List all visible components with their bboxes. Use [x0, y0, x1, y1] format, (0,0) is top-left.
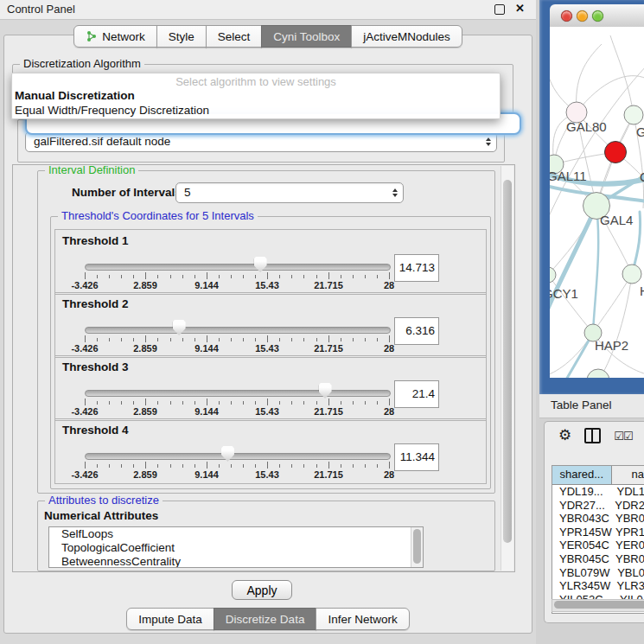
- scrollbar-thumb[interactable]: [413, 529, 421, 564]
- tick-label: 21.715: [314, 469, 343, 480]
- cell-name: YDR2: [614, 499, 644, 513]
- threshold-3-value-field[interactable]: 21.4: [394, 380, 439, 408]
- column-header-shared-name[interactable]: shared...: [552, 466, 612, 485]
- network-window-titlebar[interactable]: [550, 4, 644, 28]
- node-table: shared... na YDL19... YDL1 YDR27... YDR2…: [552, 465, 644, 614]
- cell-shared-name: YPR145W: [552, 526, 615, 539]
- threshold-1-value-field[interactable]: 14.713: [394, 254, 439, 282]
- control-panel-tab[interactable]: Network: [73, 25, 157, 48]
- dropdown-option-equal-width[interactable]: Equal Width/Frequency Discretization: [12, 103, 500, 118]
- network-view-window: GAL80 GA GAL11 C GAL4 GCY1 HI HAP2: [539, 0, 644, 394]
- cell-name: YPR1: [615, 526, 644, 539]
- tick-label: 28: [384, 469, 394, 480]
- tick-label: 21.715: [314, 406, 343, 417]
- cell-name: YBL0: [616, 566, 644, 580]
- cell-shared-name: YBR045C: [552, 552, 615, 566]
- tab-label: Select: [218, 30, 251, 43]
- cell-name: YER0: [615, 539, 644, 552]
- close-icon[interactable]: ✕: [515, 2, 525, 15]
- control-panel-tab[interactable]: Select: [206, 25, 263, 48]
- tick-label: 15.43: [255, 406, 279, 417]
- node-label-partial: HI: [640, 284, 644, 298]
- close-traffic-light-icon[interactable]: [561, 10, 572, 22]
- combo-arrows-icon: [392, 188, 398, 197]
- tick-label: 15.43: [255, 469, 279, 480]
- tick-label: 15.43: [255, 280, 279, 290]
- screen: Control Panel ✕ Network: [0, 0, 644, 644]
- float-window-icon[interactable]: [494, 4, 505, 15]
- settings-scrollpane: Interval Definition Number of Intervals …: [12, 164, 515, 572]
- attribute-list-item[interactable]: SelfLoops: [49, 527, 423, 541]
- slider-ticks: [85, 462, 389, 469]
- tick-label: 9.144: [194, 343, 219, 354]
- tick-label: 21.715: [314, 343, 343, 354]
- tick-label: 2.859: [133, 280, 157, 290]
- table-row[interactable]: YDL19... YDL1: [552, 485, 644, 499]
- control-panel-tab[interactable]: jActiveMNodules: [351, 25, 462, 48]
- control-panel-tab[interactable]: Style: [156, 25, 207, 48]
- node-label-partial: GA: [636, 124, 644, 139]
- tab-label: Infer Network: [328, 613, 397, 626]
- column-header-name[interactable]: na: [612, 466, 644, 485]
- table-row[interactable]: YPR145W YPR1: [552, 526, 644, 539]
- scrollbar-thumb[interactable]: [554, 601, 644, 609]
- tick-label: 28: [384, 280, 394, 290]
- table-row[interactable]: YBR045C YBR0: [552, 552, 644, 566]
- tick-label: 15.43: [255, 343, 279, 354]
- node-label-hap2: HAP2: [595, 338, 628, 353]
- vertical-scrollbar[interactable]: [501, 166, 513, 571]
- zoom-traffic-light-icon[interactable]: [592, 10, 603, 22]
- table-row[interactable]: YER054C YER0: [552, 539, 644, 552]
- bottom-tab[interactable]: Discretize Data: [214, 608, 317, 630]
- slider-tick-labels: -3.4262.8599.14415.4321.71528: [85, 280, 389, 290]
- threshold-2-value-field[interactable]: 6.316: [394, 317, 439, 345]
- tab-label: Impute Data: [138, 613, 202, 626]
- tick-label: -3.426: [71, 280, 98, 290]
- tick-label: -3.426: [71, 406, 98, 417]
- table-panel-title: Table Panel: [551, 399, 612, 411]
- gear-icon[interactable]: ⚙: [558, 427, 571, 444]
- select-columns-icon[interactable]: ☑☑: [614, 430, 632, 443]
- apply-button[interactable]: Apply: [232, 580, 292, 600]
- list-scrollbar[interactable]: [411, 527, 423, 567]
- slider-ticks: [85, 272, 389, 280]
- horizontal-scrollbar[interactable]: [552, 599, 644, 612]
- table-row[interactable]: YLR345W YLR3: [552, 579, 644, 593]
- slider-tick-labels: -3.4262.8599.14415.4321.71528: [85, 406, 389, 417]
- control-panel-tab-bar: Network Style Select: [0, 25, 536, 48]
- cell-shared-name: YDL19...: [552, 485, 615, 499]
- tab-label: jActiveMNodules: [363, 30, 450, 43]
- threshold-4-value-field[interactable]: 11.344: [394, 443, 439, 471]
- node-label-gcy1: GCY1: [550, 286, 578, 301]
- dropdown-option-manual[interactable]: Manual Discretization: [12, 88, 500, 103]
- table-row[interactable]: YDR27... YDR2: [552, 499, 644, 513]
- numerical-attributes-list: SelfLoopsTopologicalCoefficientBetweenne…: [48, 526, 424, 568]
- bottom-tab-bar: Impute Data Discretize Data Infer Networ…: [4, 608, 532, 630]
- network-canvas[interactable]: GAL80 GA GAL11 C GAL4 GCY1 HI HAP2: [550, 27, 644, 378]
- algorithm-dropdown-popup: Select algorithm to view settings Manual…: [11, 73, 501, 119]
- control-panel-title: Control Panel: [7, 3, 75, 16]
- node-label-gal80: GAL80: [566, 119, 607, 134]
- threshold-2-box: Threshold 2 -3.4262.8599.14415.4321.7152…: [54, 292, 487, 358]
- cell-shared-name: YBR043C: [552, 512, 615, 526]
- split-view-icon[interactable]: [584, 428, 601, 443]
- cell-shared-name: YBL079W: [552, 566, 616, 580]
- attribute-list-item[interactable]: TopologicalCoefficient: [49, 541, 423, 555]
- tab-label: Cyni Toolbox: [273, 30, 340, 43]
- node: [550, 267, 556, 283]
- table-row[interactable]: YBR043C YBR0: [552, 512, 644, 526]
- slider-tick-labels: -3.4262.8599.14415.4321.71528: [85, 469, 389, 480]
- tick-label: 28: [384, 406, 394, 417]
- bottom-tab[interactable]: Infer Network: [316, 608, 409, 630]
- number-of-intervals-combobox[interactable]: 5: [175, 182, 404, 203]
- threshold-3-box: Threshold 3 -3.4262.8599.14415.4321.7152…: [54, 355, 487, 421]
- table-panel-titlebar: Table Panel: [539, 394, 644, 418]
- table-row[interactable]: YBL079W YBL0: [552, 566, 644, 580]
- tick-label: 21.715: [314, 280, 343, 290]
- table-rows: YDL19... YDL1 YDR27... YDR2 YBR043C YBR0…: [552, 485, 644, 611]
- control-panel-tab[interactable]: Cyni Toolbox: [261, 25, 352, 48]
- scrollbar-thumb[interactable]: [503, 180, 512, 543]
- attribute-list-item[interactable]: BetweennessCentrality: [49, 555, 423, 568]
- minimize-traffic-light-icon[interactable]: [577, 10, 588, 22]
- bottom-tab[interactable]: Impute Data: [126, 608, 214, 630]
